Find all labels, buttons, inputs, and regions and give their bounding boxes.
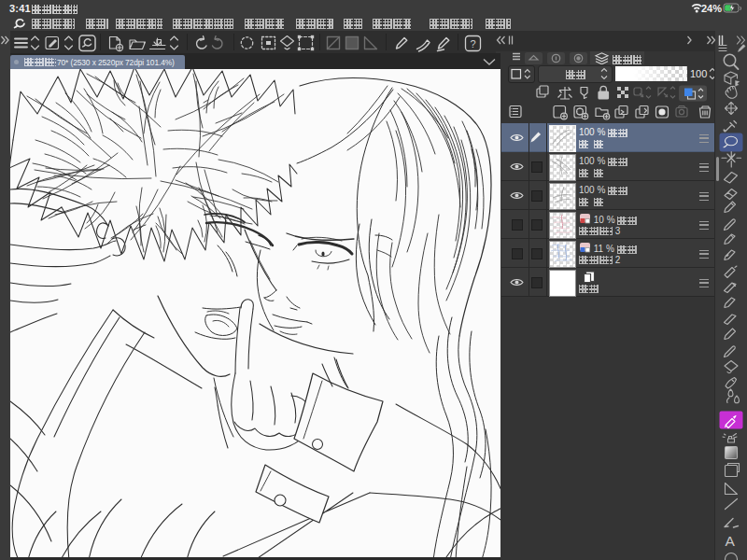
svg-text:?: ?	[471, 38, 476, 49]
svg-text:A: A	[726, 533, 736, 549]
